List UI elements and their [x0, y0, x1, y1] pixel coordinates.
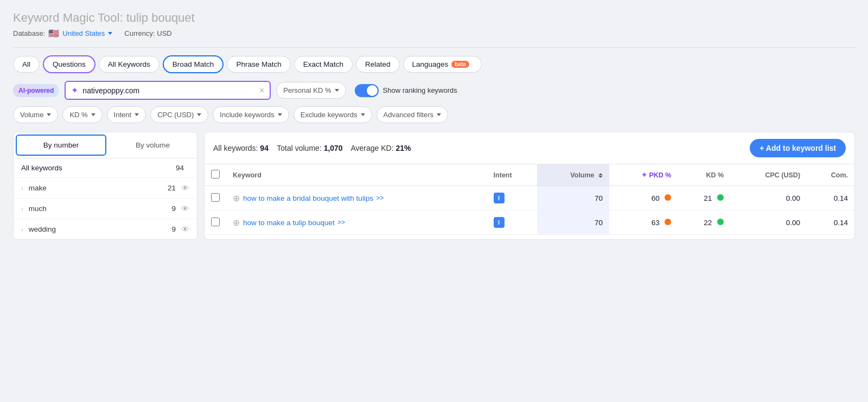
keywords-table: Keyword Intent Volume ✦ PKD % KD: [205, 164, 854, 235]
row-checkbox[interactable]: [211, 218, 220, 226]
th-keyword: Keyword: [226, 164, 487, 186]
ai-powered-badge: AI-powered: [13, 84, 59, 97]
sidebar-list: › make 21 👁 › much 9 👁 › wedding 9 👁: [14, 178, 197, 239]
pkd-cell: 60: [609, 186, 678, 210]
sidebar-item-count: 9: [171, 225, 176, 233]
intent-filter[interactable]: Intent: [107, 106, 146, 123]
domain-input[interactable]: [82, 86, 255, 95]
pkd-value: 60: [652, 194, 660, 202]
pkd-label: PKD %: [649, 171, 671, 179]
header-divider: [13, 47, 855, 48]
volume-label: Volume: [20, 111, 43, 119]
tab-exact-match[interactable]: Exact Match: [294, 56, 353, 73]
chevron-right-icon[interactable]: ›: [21, 226, 23, 233]
com-cell: 0.14: [807, 210, 854, 235]
country-name: United States: [62, 29, 105, 37]
kd-cell: 21: [678, 186, 730, 210]
ai-search-input-wrap: ✦ ×: [65, 81, 271, 100]
advanced-filters[interactable]: Advanced filters: [376, 106, 449, 123]
kd-dot-icon: [717, 219, 724, 225]
tab-phrase-match[interactable]: Phrase Match: [227, 56, 290, 73]
tab-broad-match[interactable]: Broad Match: [163, 55, 224, 73]
chevron-right-icon[interactable]: ›: [21, 206, 23, 212]
select-all-checkbox[interactable]: [211, 170, 220, 178]
languages-label: Languages: [412, 60, 449, 68]
pkd-value: 63: [652, 219, 660, 227]
eye-icon[interactable]: 👁: [181, 183, 189, 193]
country-link[interactable]: United States: [62, 29, 112, 37]
add-keyword-icon[interactable]: ⊕: [233, 218, 240, 228]
th-pkd: ✦ PKD %: [609, 164, 678, 186]
all-keywords-stat-label: All keywords:: [213, 144, 258, 152]
table-row: ⊕ how to make a bridal bouquet with tuli…: [205, 186, 854, 210]
intent-cell: I: [487, 186, 537, 210]
add-to-keyword-list-button[interactable]: + Add to keyword list: [750, 139, 846, 157]
volume-cell: 70: [537, 210, 609, 235]
keyword-arrow-icon: >>: [376, 194, 384, 202]
row-checkbox-cell: [205, 210, 226, 235]
add-keyword-icon[interactable]: ⊕: [233, 193, 240, 203]
chevron-right-icon[interactable]: ›: [21, 185, 23, 192]
advanced-filters-arrow-icon: [437, 113, 441, 116]
cpc-cell: 0.00: [730, 186, 807, 210]
kd-arrow-icon: [91, 113, 95, 116]
header: Keyword Magic Tool: tulip bouquet Databa…: [13, 11, 855, 39]
clear-icon[interactable]: ×: [259, 86, 264, 95]
row-checkbox-cell: [205, 186, 226, 210]
cpc-filter[interactable]: CPC (USD): [150, 106, 208, 123]
exclude-keywords-label: Exclude keywords: [301, 111, 358, 119]
title-static: Keyword Magic Tool:: [13, 11, 123, 24]
sidebar-all-label: All keywords: [21, 164, 176, 172]
subtitle: Database: 🇺🇸 United States Currency: USD: [13, 28, 855, 39]
kd-filter[interactable]: KD %: [62, 106, 102, 123]
main-container: Keyword Magic Tool: tulip bouquet Databa…: [0, 0, 868, 402]
show-ranking-toggle[interactable]: [355, 84, 379, 97]
eye-icon[interactable]: 👁: [181, 225, 189, 234]
row-checkbox[interactable]: [211, 193, 220, 202]
tab-all-keywords[interactable]: All Keywords: [99, 56, 159, 73]
cpc-label: CPC (USD): [157, 111, 194, 119]
include-keywords-label: Include keywords: [220, 111, 274, 119]
eye-icon[interactable]: 👁: [181, 204, 189, 213]
keyword-link[interactable]: how to make a bridal bouquet with tulips…: [243, 194, 384, 202]
sidebar-tabs: By number By volume: [14, 132, 197, 158]
country-flag: 🇺🇸: [48, 28, 59, 39]
page-title: Keyword Magic Tool: tulip bouquet: [13, 11, 855, 25]
tab-languages[interactable]: Languages beta: [403, 56, 482, 73]
personal-kd-dropdown[interactable]: Personal KD %: [276, 82, 346, 99]
sidebar-item-count: 9: [171, 205, 176, 213]
sort-up-icon: [598, 173, 603, 175]
tab-questions[interactable]: Questions: [43, 55, 95, 73]
database-label: Database:: [13, 29, 45, 37]
th-kd: KD %: [678, 164, 730, 186]
kd-dot-icon: [717, 194, 724, 201]
keyword-text: how to make a tulip bouquet: [243, 219, 335, 227]
sidebar-item-label: make: [29, 184, 168, 192]
beta-badge: beta: [451, 61, 469, 68]
com-cell: 0.14: [807, 186, 854, 210]
ai-row: AI-powered ✦ × Personal KD % Show rankin…: [13, 81, 855, 100]
th-com: Com.: [807, 164, 854, 186]
kd-label: KD %: [69, 111, 87, 119]
sidebar-tab-by-number[interactable]: By number: [16, 135, 106, 156]
th-intent: Intent: [487, 164, 537, 186]
sidebar-tab-by-volume[interactable]: By volume: [108, 132, 197, 158]
table-header-checkbox: [205, 164, 226, 186]
volume-filter[interactable]: Volume: [13, 106, 58, 123]
kd-value: 22: [704, 219, 712, 227]
list-item: › make 21 👁: [14, 178, 197, 199]
exclude-keywords-filter[interactable]: Exclude keywords: [293, 106, 372, 123]
tab-all[interactable]: All: [13, 56, 40, 73]
country-chevron-icon: [108, 32, 112, 35]
pkd-dot-icon: [665, 219, 671, 225]
keyword-cell: ⊕ how to make a tulip bouquet >>: [226, 210, 487, 235]
table-row: ⊕ how to make a tulip bouquet >> I 70: [205, 210, 854, 235]
show-ranking-toggle-wrap: Show ranking keywords: [355, 84, 457, 97]
keyword-link[interactable]: how to make a tulip bouquet >>: [243, 219, 345, 227]
total-volume-stat-value: 1,070: [324, 144, 343, 152]
list-item: › much 9 👁: [14, 199, 197, 219]
sort-icon: [598, 173, 603, 178]
list-item: › wedding 9 👁: [14, 219, 197, 239]
tab-related[interactable]: Related: [356, 56, 400, 73]
include-keywords-filter[interactable]: Include keywords: [213, 106, 289, 123]
